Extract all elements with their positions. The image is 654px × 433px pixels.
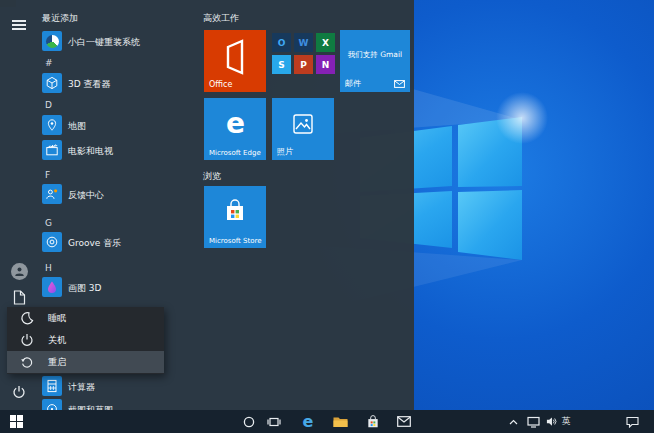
- photos-icon: [292, 113, 314, 135]
- volume-tray-button[interactable]: [543, 410, 559, 433]
- section-letter[interactable]: #: [45, 58, 53, 68]
- tile-group-title: 高效工作: [203, 12, 239, 25]
- power-button[interactable]: [9, 382, 29, 402]
- speaker-icon: [546, 416, 557, 427]
- user-icon: [11, 263, 28, 280]
- store-icon: [366, 415, 380, 429]
- mail-tile[interactable]: 我们支持 Gmail 邮件: [340, 30, 410, 92]
- start-button[interactable]: [4, 410, 28, 433]
- feedback-hub-icon: [42, 184, 62, 204]
- section-letter[interactable]: D: [45, 100, 52, 110]
- store-bag-icon: [224, 199, 246, 223]
- shutdown-menu-item[interactable]: 关机: [7, 329, 164, 351]
- task-view-icon: [267, 416, 281, 428]
- microsoft-edge-tile[interactable]: e Microsoft Edge: [204, 98, 266, 160]
- network-icon: [527, 416, 540, 428]
- edge-taskbar-button[interactable]: e: [297, 410, 319, 433]
- restart-icon: [20, 355, 35, 369]
- xiaobai-reinstall-icon: [42, 31, 62, 51]
- excel-tile[interactable]: X: [316, 33, 335, 52]
- sleep-menu-item[interactable]: 睡眠: [7, 307, 164, 329]
- onenote-tile[interactable]: N: [316, 55, 335, 74]
- edge-logo-glyph: e: [226, 110, 245, 138]
- tile-group-title: 浏览: [203, 170, 221, 183]
- section-letter[interactable]: H: [45, 263, 52, 273]
- microsoft-store-tile[interactable]: Microsoft Store: [204, 186, 266, 248]
- ime-indicator[interactable]: 英: [558, 410, 574, 433]
- maps-icon: [42, 115, 62, 135]
- screen: 最近添加 小白一键重装系统 # 3D 查看器 D 地图 电影和电视: [0, 0, 654, 433]
- shutdown-icon: [20, 333, 35, 347]
- taskbar: e 英 16:28 2: [0, 410, 654, 433]
- mail-icon: [397, 416, 411, 427]
- calculator-icon: [42, 376, 62, 396]
- windows-logo-icon: [10, 415, 23, 428]
- groove-music-icon: [42, 232, 62, 252]
- edge-icon: e: [303, 414, 314, 430]
- user-avatar[interactable]: [9, 261, 29, 281]
- folder-icon: [333, 416, 348, 428]
- restart-menu-item[interactable]: 重启: [7, 351, 164, 373]
- mail-tile-promo: 我们支持 Gmail: [340, 50, 410, 60]
- store-taskbar-button[interactable]: [362, 410, 384, 433]
- task-view-button[interactable]: [263, 410, 285, 433]
- section-letter[interactable]: G: [45, 218, 52, 228]
- action-center-button[interactable]: [622, 410, 642, 433]
- power-flyout-menu: 睡眠 关机 重启: [7, 307, 164, 374]
- paint-3d-icon: [42, 277, 62, 297]
- office-tile[interactable]: Office: [204, 30, 266, 92]
- hamburger-menu-icon[interactable]: [9, 15, 29, 35]
- action-center-icon: [626, 416, 639, 428]
- documents-icon[interactable]: [9, 287, 29, 307]
- recently-added-header: 最近添加: [42, 12, 78, 25]
- word-tile[interactable]: W: [294, 33, 313, 52]
- mail-taskbar-button[interactable]: [393, 410, 415, 433]
- sleep-moon-icon: [20, 311, 35, 325]
- mail-envelope-icon: [394, 80, 405, 88]
- file-explorer-button[interactable]: [329, 410, 351, 433]
- tray-chevron-button[interactable]: [505, 410, 521, 433]
- section-letter[interactable]: F: [45, 170, 50, 180]
- network-tray-button[interactable]: [524, 410, 542, 433]
- movies-tv-icon: [42, 140, 62, 160]
- snip-sketch-icon: [42, 399, 62, 410]
- cortana-button[interactable]: [238, 410, 260, 433]
- outlook-tile[interactable]: O: [272, 33, 291, 52]
- 3d-viewer-icon: [42, 73, 62, 93]
- start-menu: 最近添加 小白一键重装系统 # 3D 查看器 D 地图 电影和电视: [0, 0, 414, 410]
- powerpoint-tile[interactable]: P: [294, 55, 313, 74]
- chevron-up-icon: [509, 419, 518, 425]
- cortana-icon: [243, 416, 255, 428]
- photos-tile[interactable]: 照片: [272, 98, 334, 160]
- skype-tile[interactable]: S: [272, 55, 291, 74]
